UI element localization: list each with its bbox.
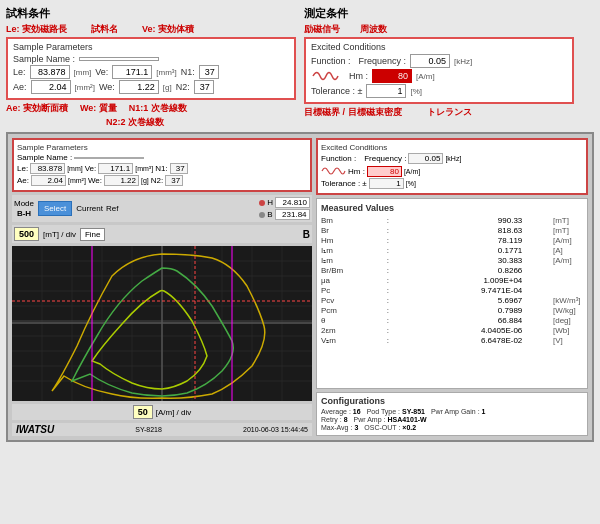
we-bottom-label: We: 質量 — [80, 102, 117, 115]
mode-label: Mode — [14, 199, 34, 208]
mv-name-2: Hm — [321, 236, 356, 245]
sample-name-field-label: Sample Name : — [13, 54, 75, 64]
mv-name-0: Bm — [321, 216, 356, 225]
sample-name-value — [79, 57, 159, 61]
cursor-h-label: H — [267, 198, 273, 207]
ae-value: 2.04 — [31, 80, 71, 94]
mv-value-6: 1.009E+04 — [452, 276, 522, 285]
target-field-label: 目標磁界 / 目標磁束密度 — [304, 106, 402, 119]
we-value: 1.22 — [119, 80, 159, 94]
ve-unit: [mm³] — [156, 68, 176, 77]
osc-out-label: OSC-OUT : — [364, 424, 400, 431]
inner-sample-title: Sample Parameters — [17, 143, 307, 152]
inner-excited-conditions: Excited Conditions Function : Frequency … — [316, 138, 588, 195]
inner-ae-value: 2.04 — [31, 175, 66, 186]
n1-value: 37 — [199, 65, 219, 79]
inner-ve-unit: [mm³] — [135, 165, 153, 172]
controls-row: Mode B-H Select Current Ref H 24. — [12, 195, 312, 222]
mv-unit-12: [V] — [553, 336, 583, 345]
inner-sine-icon — [321, 165, 346, 177]
retry-value: 8 — [344, 416, 348, 423]
inner-hm-unit: [A/m] — [404, 168, 420, 175]
mv-name-8: Pcv — [321, 296, 356, 305]
ve-value: 171.1 — [112, 65, 152, 79]
ae-field-label: Ae: — [13, 82, 27, 92]
measured-values-title: Measured Values — [321, 203, 583, 213]
fine-button[interactable]: Fine — [80, 228, 106, 241]
inner-freq-unit: [kHz] — [445, 155, 461, 162]
mv-name-7: Pc — [321, 286, 356, 295]
frequency-label: 周波数 — [360, 23, 387, 36]
mv-value-2: 78.119 — [452, 236, 522, 245]
mv-name-5: Br/Bm — [321, 266, 356, 275]
mv-row-0: Bm : 990.33 [mT] — [321, 216, 583, 225]
mv-value-5: 0.8266 — [452, 266, 522, 275]
mv-unit-9: [W/kg] — [553, 306, 583, 315]
mv-unit-10: [deg] — [553, 316, 583, 325]
main-container: 試料条件 Le: 実効磁路長 試料名 Ve: 実効体積 Sample Param… — [0, 0, 600, 524]
inner-tolerance-unit: [%] — [406, 180, 416, 187]
left-annotation-section: 試料条件 Le: 実効磁路長 試料名 Ve: 実効体積 Sample Param… — [6, 6, 296, 129]
inner-we-label: We: — [88, 176, 102, 185]
tolerance-label: Tolerance : ± — [311, 86, 362, 96]
hm-label: Hm : — [349, 71, 368, 81]
graph-area — [12, 246, 312, 401]
bottom-scale-unit: [A/m] / div — [156, 408, 192, 417]
cursor-h-dot — [259, 200, 265, 206]
mv-row-2: Hm : 78.119 [A/m] — [321, 236, 583, 245]
max-avg-label: Max-Avg : — [321, 424, 352, 431]
inner-function-label: Function : — [321, 154, 356, 163]
b-axis-label: B — [303, 229, 310, 240]
excited-signal-label: 励磁信号 — [304, 23, 340, 36]
excited-conditions-title: Excited Conditions — [311, 42, 567, 52]
excited-conditions-box: Excited Conditions Function : Frequency … — [304, 37, 574, 104]
inner-we-value: 1.22 — [104, 175, 139, 186]
measured-values-rows: Bm : 990.33 [mT] Br : 818.63 [mT] Hm : 7… — [321, 216, 583, 345]
hm-unit: [A/m] — [416, 72, 435, 81]
cursor-values: H 24.810 B 231.84 — [259, 197, 310, 220]
pwr-amp-gain-value: 1 — [482, 408, 486, 415]
inner-we-unit: [g] — [141, 177, 149, 184]
average-label: Average : — [321, 408, 351, 415]
tolerance-value: 1 — [366, 84, 406, 98]
ve-label: Ve: 実効体積 — [142, 23, 194, 36]
select-button[interactable]: Select — [38, 201, 72, 216]
inner-le-label: Le: — [17, 164, 28, 173]
ve-field-label: Ve: — [95, 67, 108, 77]
le-unit: [mm] — [74, 68, 92, 77]
inner-ae-unit: [mm²] — [68, 177, 86, 184]
inner-n1-value: 37 — [170, 163, 188, 174]
n2-bottom-label: N2:2 次巻線数 — [106, 117, 164, 127]
mv-row-9: Pcm : 0.7989 [W/kg] — [321, 306, 583, 315]
mv-value-8: 5.6967 — [452, 296, 522, 305]
n1-bottom-label: N1:1 次巻線数 — [129, 102, 187, 115]
left-annotation-title: 試料条件 — [6, 6, 296, 21]
mode-value: B-H — [17, 209, 31, 218]
mv-name-1: Br — [321, 226, 356, 235]
mv-name-4: I₂m — [321, 256, 356, 265]
pwr-amp-label: Pwr Amp : — [354, 416, 386, 423]
pwr-amp-value: HSA4101-W — [387, 416, 426, 423]
inner-sample-params: Sample Parameters Sample Name : Le: 83.8… — [12, 138, 312, 192]
osc-out-value: ×0.2 — [402, 424, 416, 431]
hm-value: 80 — [372, 69, 412, 83]
average-value: 16 — [353, 408, 361, 415]
ae-unit: [mm²] — [75, 83, 95, 92]
inner-freq-value: 0.05 — [408, 153, 443, 164]
cursor-b-dot — [259, 212, 265, 218]
retry-label: Retry : — [321, 416, 342, 423]
frequency-field-label: Frequency : — [359, 56, 407, 66]
mv-row-11: 2εm : 4.0405E-06 [Wb] — [321, 326, 583, 335]
mv-value-4: 30.383 — [452, 256, 522, 265]
mv-value-1: 818.63 — [452, 226, 522, 235]
current-label: Current — [76, 204, 103, 213]
cursor-b-value: 231.84 — [275, 209, 310, 220]
mv-unit-11: [Wb] — [553, 326, 583, 335]
n1-field-label: N1: — [181, 67, 195, 77]
bottom-scale-value: 50 — [133, 405, 153, 419]
pwr-amp-gain-label: Pwr Amp Gain : — [431, 408, 480, 415]
le-label: Le: 実効磁路長 — [6, 23, 67, 36]
inner-name-label: Sample Name : — [17, 153, 72, 162]
we-unit: [g] — [163, 83, 172, 92]
tolerance-bottom-label: トレランス — [427, 106, 472, 119]
